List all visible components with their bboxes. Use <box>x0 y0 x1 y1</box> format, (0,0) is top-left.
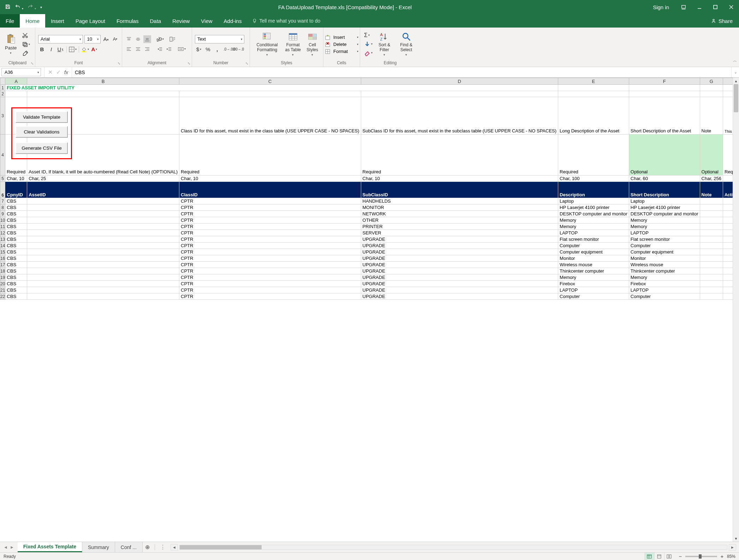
cell[interactable]: Firebox <box>558 281 629 287</box>
column-header[interactable] <box>723 78 733 85</box>
sort-filter-button[interactable]: AZ Sort & Filter▾ <box>374 31 394 57</box>
cell[interactable]: Flat screen monitor <box>629 236 700 243</box>
zoom-out-button[interactable]: − <box>678 553 683 559</box>
cell[interactable] <box>700 224 723 230</box>
cell[interactable]: Memory <box>558 217 629 224</box>
cell[interactable]: 7 <box>723 249 733 255</box>
align-center-button[interactable] <box>134 45 142 53</box>
italic-button[interactable]: I <box>47 46 55 53</box>
cell[interactable] <box>27 287 179 293</box>
increase-indent-button[interactable] <box>165 45 173 53</box>
cell[interactable]: LAPTOP <box>629 287 700 293</box>
cell[interactable]: CBS <box>5 281 27 287</box>
cell[interactable]: UPGRADE <box>361 249 558 255</box>
cell[interactable]: CPTR <box>179 249 361 255</box>
cell[interactable]: Short Description of the Asset <box>629 97 700 135</box>
signin-link[interactable]: Sign in <box>646 4 675 10</box>
cell[interactable] <box>27 293 179 300</box>
maximize-icon[interactable] <box>707 0 723 14</box>
decrease-font-button[interactable]: A▾ <box>111 35 119 43</box>
cell[interactable]: Activ Date <box>723 182 733 198</box>
cell[interactable] <box>700 217 723 224</box>
cell[interactable] <box>27 274 179 281</box>
tab-add-ins[interactable]: Add-ins <box>218 14 248 28</box>
cell[interactable]: HP Laserjet 4100 printer <box>558 204 629 211</box>
row-header[interactable]: 10 <box>0 217 5 224</box>
tab-insert[interactable]: Insert <box>45 14 70 28</box>
align-bottom-button[interactable] <box>143 35 151 43</box>
row-header[interactable]: 21 <box>0 287 5 293</box>
cell[interactable]: CpnyID <box>5 182 27 198</box>
row-header[interactable]: 15 <box>0 249 5 255</box>
save-icon[interactable] <box>4 2 12 12</box>
cell[interactable]: Memory <box>629 224 700 230</box>
cell[interactable] <box>27 255 179 262</box>
generate-csv-button[interactable]: Generate CSV File <box>16 142 68 154</box>
cell[interactable]: CBS <box>5 204 27 211</box>
dialog-launcher-icon[interactable]: ⤡ <box>187 61 190 65</box>
cell[interactable]: UPGRADE <box>361 274 558 281</box>
cell[interactable]: LAPTOP <box>629 230 700 236</box>
cell[interactable] <box>700 204 723 211</box>
cell[interactable]: 11 <box>723 293 733 300</box>
minimize-icon[interactable] <box>691 0 707 14</box>
font-name-combo[interactable]: Arial▾ <box>38 35 83 43</box>
column-header[interactable]: D <box>361 78 558 85</box>
cell[interactable] <box>27 224 179 230</box>
row-header[interactable]: 12 <box>0 230 5 236</box>
cell-styles-button[interactable]: Cell Styles▾ <box>304 31 320 57</box>
cell[interactable]: Char, 10 <box>5 175 27 182</box>
cell[interactable]: UPGRADE <box>361 243 558 249</box>
tab-formulas[interactable]: Formulas <box>111 14 144 28</box>
cell[interactable] <box>27 249 179 255</box>
vertical-scrollbar[interactable]: ▲ ▼ <box>733 78 739 542</box>
cell[interactable]: Laptop <box>558 198 629 204</box>
row-header[interactable]: 5 <box>0 175 5 182</box>
cell[interactable] <box>700 274 723 281</box>
page-layout-view-button[interactable] <box>654 553 664 560</box>
sheet-tab[interactable]: Summary <box>82 542 115 552</box>
dialog-launcher-icon[interactable]: ⤡ <box>245 61 248 65</box>
column-header[interactable]: C <box>179 78 361 85</box>
cell[interactable]: UPGRADE <box>361 262 558 268</box>
row-header[interactable]: 6 <box>0 182 5 198</box>
worksheet-grid[interactable]: A B C D E F G 1 FIXED ASSET IMPORT UTILI… <box>0 78 733 300</box>
zoom-in-button[interactable]: + <box>719 553 725 559</box>
cell[interactable]: UPGRADE <box>361 268 558 274</box>
cell[interactable]: Memory <box>629 217 700 224</box>
cell[interactable]: OTHER <box>361 217 558 224</box>
row-header[interactable]: 16 <box>0 255 5 262</box>
decrease-indent-button[interactable] <box>156 45 164 53</box>
cell[interactable]: NETWORK <box>361 211 558 217</box>
cell[interactable] <box>700 281 723 287</box>
align-left-button[interactable] <box>125 45 133 53</box>
cell[interactable]: Wireless mouse <box>558 262 629 268</box>
cell[interactable]: Computer <box>629 293 700 300</box>
cell[interactable]: Computer <box>558 293 629 300</box>
cell[interactable]: Thinkcenter computer <box>558 268 629 274</box>
row-header[interactable]: 18 <box>0 268 5 274</box>
cell[interactable] <box>700 236 723 243</box>
undo-icon[interactable]: ▾ <box>13 2 25 12</box>
dialog-launcher-icon[interactable]: ⤡ <box>118 61 120 65</box>
cell[interactable]: 7 <box>723 255 733 262</box>
share-button[interactable]: Share <box>704 14 739 28</box>
select-all-button[interactable] <box>0 78 5 85</box>
cell[interactable] <box>700 249 723 255</box>
tab-data[interactable]: Data <box>144 14 167 28</box>
row-header[interactable]: 2 <box>0 91 5 97</box>
cell[interactable]: ClassID <box>179 182 361 198</box>
cell[interactable]: CBS <box>5 262 27 268</box>
cell[interactable] <box>700 230 723 236</box>
validate-template-button[interactable]: Validate Template <box>16 111 68 123</box>
cell[interactable] <box>700 262 723 268</box>
cell[interactable]: HANDHELDS <box>361 198 558 204</box>
sheet-nav-prev-icon[interactable]: ◄ <box>4 545 8 550</box>
row-header[interactable]: 17 <box>0 262 5 268</box>
cell[interactable]: CBS <box>5 224 27 230</box>
number-format-combo[interactable]: Text▾ <box>195 35 244 43</box>
conditional-formatting-button[interactable]: Conditional Formatting▾ <box>253 31 281 57</box>
cell[interactable]: Computer <box>558 243 629 249</box>
column-header[interactable]: F <box>629 78 700 85</box>
decrease-decimal-button[interactable]: .00→.0 <box>234 46 242 53</box>
